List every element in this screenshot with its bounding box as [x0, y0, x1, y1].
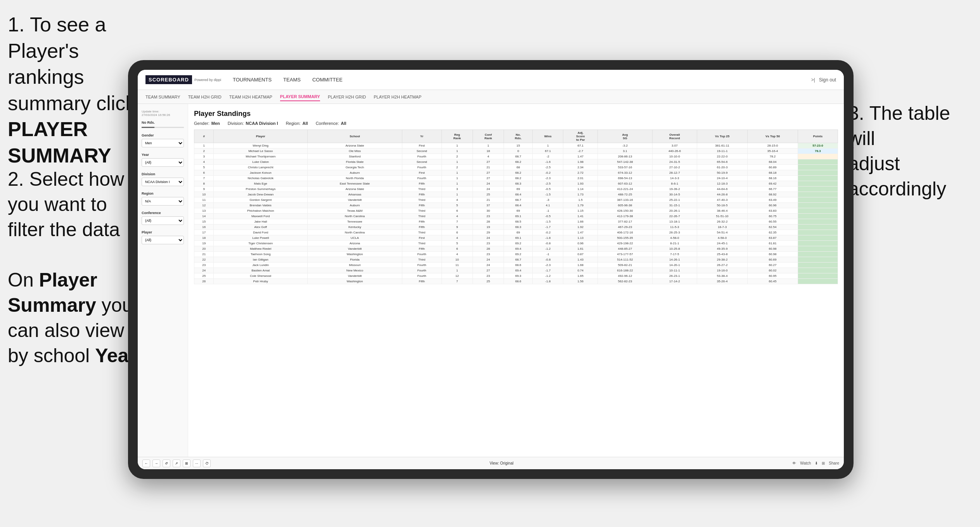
- table-row[interactable]: 24Bastien AmatNew MexicoFourth12769.4-1.…: [194, 268, 838, 273]
- table-row[interactable]: 17David FordNorth CarolinaThird62969-0.2…: [194, 230, 838, 235]
- table-row[interactable]: 16Alex GoffKentuckyFifth91968.3-1.71.924…: [194, 225, 838, 230]
- nav-icon: >|: [811, 77, 815, 83]
- year-select[interactable]: (All): [142, 158, 184, 167]
- step1-bold2: SUMMARY: [8, 144, 111, 167]
- nav-right: >| Sign out: [811, 77, 836, 83]
- subnav-player-h2h-heatmap[interactable]: PLAYER H2H HEATMAP: [374, 93, 421, 101]
- table-row[interactable]: 4Luke ClatonFlorida StateSecond12768.2-1…: [194, 159, 838, 165]
- main-nav: TOURNAMENTS TEAMS COMMITTEE: [233, 75, 811, 84]
- toolbar-back[interactable]: ←: [142, 460, 150, 467]
- table-row[interactable]: 9Preston SummerhaysArizona StateThird324…: [194, 187, 838, 192]
- toolbar-more[interactable]: ···: [193, 460, 201, 467]
- subnav-player-h2h-grid[interactable]: PLAYER H2H GRID: [328, 93, 366, 101]
- standings-table: # Player School Yr RegRank ConfRank No.R…: [194, 130, 838, 284]
- main-content: Update time: 27/03/2024 16:56:26 No Rds.…: [138, 104, 844, 457]
- toolbar-view: View: Original: [490, 461, 514, 465]
- toolbar-watch[interactable]: Watch: [800, 461, 811, 465]
- toolbar-eye-icon: 👁: [792, 461, 796, 465]
- toolbar-clock[interactable]: ⏱: [203, 460, 211, 467]
- sidebar-division: Division NCAA Division I: [142, 172, 184, 186]
- filter-gender: Gender: Men: [194, 121, 220, 126]
- logo-area: SCOREBOARD Powered by dippi: [145, 75, 221, 84]
- filter-conference: Conference: All: [316, 121, 346, 126]
- table-row[interactable]: 8Mats EgeEast Tennessee StateFifth12468.…: [194, 181, 838, 187]
- sidebar: Update time: 27/03/2024 16:56:26 No Rds.…: [138, 104, 188, 457]
- col-conf-rank: ConfRank: [473, 130, 504, 143]
- col-reg-rank: RegRank: [442, 130, 473, 143]
- col-no-rds: No.Rds.: [504, 130, 533, 143]
- toolbar-export[interactable]: ↗: [173, 460, 180, 467]
- nav-teams[interactable]: TEAMS: [283, 75, 301, 84]
- table-row[interactable]: 20Matthew RiedelVanderbiltFifth62869.4-1…: [194, 246, 838, 252]
- table-row[interactable]: 18Luke PowellUCLAFirst42469.1-1.81.13500…: [194, 235, 838, 241]
- division-select[interactable]: NCAA Division I: [142, 178, 184, 186]
- toolbar-forward[interactable]: →: [152, 460, 160, 467]
- table-row[interactable]: 19Tiger ChristensenArizonaThird52369.2-0…: [194, 241, 838, 246]
- toolbar-refresh[interactable]: ↺: [163, 460, 170, 467]
- table-row[interactable]: 6Jackson KoivunAuburnFirst12768.2-0.22.7…: [194, 170, 838, 176]
- table-row[interactable]: 13Phichaksn MaichonTexas A&MThird63069-1…: [194, 208, 838, 214]
- col-yr: Yr: [402, 130, 442, 143]
- table-row[interactable]: 10Jacob Dew-DewanArkansasFifth12568.4-1.…: [194, 192, 838, 197]
- table-row[interactable]: 26Petr HrubyWashingtonFifth72568.6-1.81.…: [194, 279, 838, 284]
- toolbar-left: ← → ↺ ↗ ⊞ ··· ⏱: [142, 460, 211, 467]
- col-school: School: [308, 130, 402, 143]
- table-row[interactable]: 25Cole SherwoodVanderbiltFourth122369.3-…: [194, 273, 838, 279]
- instruction-step3: On Player Summary you can also view by s…: [8, 268, 140, 368]
- col-player: Player: [214, 130, 308, 143]
- filter-region: Region: All: [286, 121, 308, 126]
- subnav-player-summary[interactable]: PLAYER SUMMARY: [280, 93, 320, 101]
- table-title: Player Standings: [194, 110, 838, 118]
- no-rds-slider[interactable]: [142, 127, 184, 128]
- logo-subtitle: Powered by dippi: [194, 78, 221, 82]
- table-row[interactable]: 14Maxwell FordNorth CarolinaThird42369.1…: [194, 214, 838, 219]
- filter-division: Division: NCAA Division I: [228, 121, 278, 126]
- table-area: Player Standings Gender: Men Division: N…: [188, 104, 844, 457]
- top-nav: SCOREBOARD Powered by dippi TOURNAMENTS …: [138, 70, 844, 90]
- col-avg-sg: AvgSG: [598, 130, 652, 143]
- table-row[interactable]: 15Jake HallTennesseeFifth72868.5-1.51.66…: [194, 219, 838, 225]
- toolbar-grid-icon: ⊞: [822, 461, 825, 465]
- col-points: Points: [798, 130, 838, 143]
- toolbar-grid[interactable]: ⊞: [183, 460, 190, 467]
- subnav-team-h2h-grid[interactable]: TEAM H2H GRID: [188, 93, 222, 101]
- nav-tournaments[interactable]: TOURNAMENTS: [233, 75, 272, 84]
- sidebar-conference: Conference (All): [142, 211, 184, 225]
- sidebar-player: Player (All): [142, 230, 184, 244]
- table-row[interactable]: 11Gordon SargentVanderbiltThird42168.7-3…: [194, 197, 838, 203]
- table-row[interactable]: 12Brendan ValdesAuburnFifth53768.44.11.7…: [194, 203, 838, 208]
- col-adj-score: Adj.Scoreto Par: [563, 130, 598, 143]
- sidebar-year: Year (All): [142, 153, 184, 167]
- subnav-team-summary[interactable]: TEAM SUMMARY: [145, 93, 180, 101]
- table-row[interactable]: 5Christo LamprechtGeorgia TechFourth2216…: [194, 165, 838, 170]
- tablet-screen: SCOREBOARD Powered by dippi TOURNAMENTS …: [138, 70, 844, 469]
- conference-select[interactable]: (All): [142, 216, 184, 225]
- tablet-device: SCOREBOARD Powered by dippi TOURNAMENTS …: [128, 60, 854, 479]
- col-vs-top50: Vs Top 50: [748, 130, 798, 143]
- table-row[interactable]: 2Michael Le SassoOle MissSecond118067.1-…: [194, 149, 838, 154]
- subnav-team-h2h-heatmap[interactable]: TEAM H2H HEATMAP: [229, 93, 272, 101]
- nav-committee[interactable]: COMMITTEE: [312, 75, 343, 84]
- col-wins: Wins: [533, 130, 563, 143]
- sidebar-no-rds: No Rds.: [142, 121, 184, 128]
- toolbar-share[interactable]: Share: [829, 461, 839, 465]
- step1-number: 1.: [8, 13, 24, 36]
- player-select[interactable]: (All): [142, 236, 184, 244]
- logo: SCOREBOARD: [145, 75, 192, 84]
- table-row[interactable]: 23Jack LundinMissouriFourth112468.6-2.31…: [194, 263, 838, 268]
- table-row[interactable]: 1Wenyi DingArizona StateFirst1115167.1-3…: [194, 143, 838, 149]
- sidebar-region: Region N/A: [142, 192, 184, 206]
- step1-bold1: PLAYER: [8, 118, 88, 140]
- toolbar-download-icon: ⬇: [815, 461, 818, 465]
- instruction-step2: 2. Select how you want to filter the dat…: [8, 167, 147, 242]
- col-rank: #: [194, 130, 214, 143]
- signout-link[interactable]: Sign out: [819, 77, 836, 83]
- table-row[interactable]: 21Taehoon SongWashingtonFourth42369.2-10…: [194, 252, 838, 257]
- gender-select[interactable]: Men Women: [142, 139, 184, 147]
- table-row[interactable]: 7Nicholas GabrelcikNorth FloridaFourth12…: [194, 176, 838, 181]
- table-row[interactable]: 22Ian GilliganFloridaThird102468.7-0.81.…: [194, 257, 838, 263]
- table-row[interactable]: 3Michael ThorbjornsenStanfordFourth2468.…: [194, 154, 838, 159]
- sidebar-gender: Gender Men Women: [142, 133, 184, 147]
- region-select[interactable]: N/A: [142, 197, 184, 206]
- instruction-step4: 3. The table will adjust accordingly: [848, 101, 972, 202]
